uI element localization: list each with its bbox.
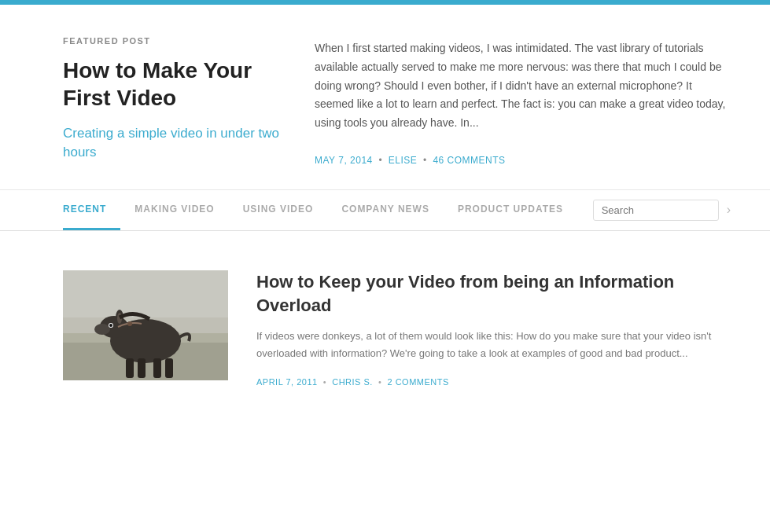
- post-thumbnail: [63, 270, 228, 380]
- featured-subtitle[interactable]: Creating a simple video in under two hou…: [63, 124, 283, 162]
- featured-section-wrapper: feaTuRED PoST How to Make Your First Vid…: [0, 5, 770, 190]
- tab-recent[interactable]: RECENT: [63, 189, 120, 230]
- post-date: APRIL 7, 2011: [256, 377, 318, 387]
- post-title[interactable]: How to Keep your Video from being an Inf…: [256, 270, 731, 317]
- svg-point-6: [94, 324, 110, 335]
- svg-rect-13: [153, 358, 161, 378]
- tab-product-updates[interactable]: PRODUCT UPDATES: [444, 189, 577, 230]
- tab-making-video[interactable]: MAKING VIDEO: [120, 189, 228, 230]
- featured-date: MAY 7, 2014: [315, 155, 373, 166]
- svg-point-10: [109, 324, 112, 327]
- post-content: How to Keep your Video from being an Inf…: [256, 270, 731, 387]
- featured-comments[interactable]: 46 COMMENTS: [433, 155, 505, 166]
- nav-bar: RECENT MAKING VIDEO USING VIDEO COMPANY …: [0, 190, 770, 231]
- post-author[interactable]: CHRIS S.: [332, 377, 373, 387]
- donkey-illustration: [63, 270, 228, 380]
- svg-rect-14: [165, 358, 173, 378]
- svg-rect-12: [138, 358, 146, 378]
- post-meta: APRIL 7, 2011 • CHRIS S. • 2 COMMENTS: [256, 377, 731, 387]
- featured-excerpt: When I first started making videos, I wa…: [315, 39, 731, 133]
- tab-using-video[interactable]: USING VIDEO: [229, 189, 328, 230]
- featured-title: How to Make Your First Video: [63, 57, 283, 112]
- post-comments[interactable]: 2 COMMENTS: [387, 377, 448, 387]
- featured-meta: MAY 7, 2014 • ELISE • 46 COMMENTS: [315, 155, 731, 166]
- svg-rect-11: [126, 358, 134, 378]
- nav-tabs: RECENT MAKING VIDEO USING VIDEO COMPANY …: [63, 189, 593, 230]
- nav-next-icon[interactable]: ›: [727, 203, 731, 217]
- tab-company-news[interactable]: COMPANY NEWS: [327, 189, 444, 230]
- svg-point-15: [127, 321, 132, 326]
- featured-left: feaTuRED PoST How to Make Your First Vid…: [63, 36, 283, 166]
- search-box[interactable]: [593, 200, 719, 221]
- featured-right: When I first started making videos, I wa…: [315, 36, 731, 166]
- post-excerpt: If videos were donkeys, a lot of them wo…: [256, 328, 731, 361]
- featured-section: feaTuRED PoST How to Make Your First Vid…: [0, 5, 770, 190]
- posts-section: How to Keep your Video from being an Inf…: [0, 231, 770, 426]
- post-thumbnail-image: [63, 270, 228, 380]
- search-input[interactable]: [602, 204, 696, 216]
- post-item: How to Keep your Video from being an Inf…: [63, 255, 731, 402]
- featured-label: feaTuRED PoST: [63, 36, 283, 46]
- featured-author[interactable]: ELISE: [389, 155, 418, 166]
